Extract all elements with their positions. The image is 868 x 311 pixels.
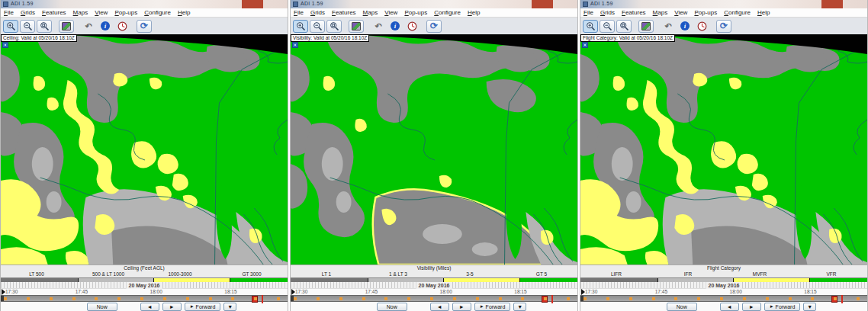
menu-view[interactable]: View xyxy=(674,9,687,16)
forward-button[interactable]: ►Forward xyxy=(474,303,511,311)
pan-icon: ↶ xyxy=(664,22,671,30)
time-tick xyxy=(186,297,189,300)
forward-button[interactable]: ►Forward xyxy=(185,303,221,311)
window-titlebar[interactable]: ADI 1.59 xyxy=(291,0,577,8)
timeline-date: 20 May 2016 xyxy=(706,282,742,289)
zoom-out-icon xyxy=(313,21,323,31)
zoom-out-button[interactable] xyxy=(310,20,325,33)
info-button[interactable]: i xyxy=(387,20,403,33)
menu-configure[interactable]: Configure xyxy=(144,9,171,16)
step-forward-button[interactable]: ► xyxy=(162,303,182,311)
time-marker-line xyxy=(262,295,263,303)
window-titlebar[interactable]: ADI 1.59 xyxy=(580,0,867,8)
zoom-in-button[interactable] xyxy=(3,20,18,33)
legend-category-3: 1000-3000 xyxy=(144,271,216,277)
map-view-ceiling[interactable]: Ceiling: Valid at 05/20/16 18:10Z xyxy=(1,34,288,265)
time-slider-track[interactable] xyxy=(580,295,867,302)
menu-configure[interactable]: Configure xyxy=(434,9,461,16)
menu-grids[interactable]: Grids xyxy=(600,9,615,16)
step-back-button[interactable]: ◄ xyxy=(140,303,159,311)
time-tick xyxy=(339,297,342,300)
zoom-out-icon xyxy=(603,21,612,31)
menu-help[interactable]: Help xyxy=(468,9,480,16)
window-titlebar[interactable]: ADI 1.59 xyxy=(1,0,288,8)
window-title: ADI 1.59 xyxy=(590,1,613,6)
now-button[interactable]: Now xyxy=(87,303,117,311)
time-slider-track[interactable] xyxy=(1,295,288,302)
weather-map-ceiling xyxy=(1,34,288,265)
forward-dropdown-button[interactable]: ▼ xyxy=(803,303,816,311)
menu-view[interactable]: View xyxy=(95,9,108,16)
map-view-visibility[interactable]: Visibility: Valid at 05/20/16 18:10Z xyxy=(291,34,577,265)
menu-features[interactable]: Features xyxy=(42,9,66,16)
zoom-out-button[interactable] xyxy=(600,20,615,33)
image-overlay-button[interactable] xyxy=(638,20,654,33)
refresh-button[interactable]: ⟳ xyxy=(716,20,731,33)
info-icon: i xyxy=(101,21,110,30)
menu-file[interactable]: File xyxy=(294,9,304,16)
image-overlay-button[interactable] xyxy=(59,20,74,33)
menu-file[interactable]: File xyxy=(583,9,593,16)
forward-dropdown-button[interactable]: ▼ xyxy=(223,303,236,311)
refresh-button[interactable]: ⟳ xyxy=(426,20,442,33)
menu-grids[interactable]: Grids xyxy=(310,9,325,16)
time-tick xyxy=(743,297,746,300)
menu-view[interactable]: View xyxy=(384,9,397,16)
toolbar: ↶ i ⟳ xyxy=(580,18,867,34)
menu-features[interactable]: Features xyxy=(622,9,646,16)
menu-popups[interactable]: Pop-ups xyxy=(114,9,137,16)
menu-popups[interactable]: Pop-ups xyxy=(404,9,427,16)
menu-popups[interactable]: Pop-ups xyxy=(694,9,717,16)
menu-configure[interactable]: Configure xyxy=(724,9,751,16)
pan-button[interactable]: ↶ xyxy=(371,20,386,33)
pan-button[interactable]: ↶ xyxy=(81,20,96,33)
clock-button[interactable] xyxy=(404,20,420,33)
zoom-box-button[interactable] xyxy=(616,20,632,33)
clock-button[interactable] xyxy=(694,20,709,33)
pan-icon: ↶ xyxy=(85,22,92,30)
time-slider-track[interactable] xyxy=(291,295,577,302)
step-back-button[interactable]: ◄ xyxy=(430,303,449,311)
legend: Ceiling (Feet AGL) LT 500 500 & LT 1000 … xyxy=(1,265,288,282)
info-button[interactable]: i xyxy=(677,20,693,33)
pan-button[interactable]: ↶ xyxy=(661,20,676,33)
menu-file[interactable]: File xyxy=(4,9,14,16)
play-icon: ► xyxy=(190,304,194,309)
menu-maps[interactable]: Maps xyxy=(73,9,88,16)
zoom-box-button[interactable] xyxy=(37,20,52,33)
map-overlay-icon[interactable] xyxy=(582,42,588,48)
zoom-in-button[interactable] xyxy=(293,20,308,33)
timeline: 20 May 2016 17:30 17:45 18:00 18:15 Now … xyxy=(1,282,288,311)
map-overlay-icon[interactable] xyxy=(2,42,8,48)
zoom-in-button[interactable] xyxy=(583,20,598,33)
legend-title: Visibility (Miles) xyxy=(291,265,577,271)
menu-help[interactable]: Help xyxy=(757,9,770,16)
forward-dropdown-button[interactable]: ▼ xyxy=(513,303,526,311)
legend-category-3: MVFR xyxy=(724,271,796,277)
time-tick xyxy=(140,297,143,300)
titlebar-decoration xyxy=(242,0,263,8)
menu-maps[interactable]: Maps xyxy=(653,9,668,16)
clock-icon xyxy=(697,21,707,31)
menu-maps[interactable]: Maps xyxy=(363,9,378,16)
info-icon: i xyxy=(680,21,690,30)
window-title: ADI 1.59 xyxy=(11,1,34,6)
clock-button[interactable] xyxy=(114,20,130,33)
image-overlay-button[interactable] xyxy=(349,20,364,33)
now-button[interactable]: Now xyxy=(667,303,697,311)
time-tick xyxy=(407,297,410,300)
now-button[interactable]: Now xyxy=(377,303,407,311)
zoom-out-button[interactable] xyxy=(20,20,35,33)
map-overlay-icon[interactable] xyxy=(292,42,298,48)
zoom-box-button[interactable] xyxy=(326,20,342,33)
step-back-button[interactable]: ◄ xyxy=(720,303,739,311)
map-view-flightcat[interactable]: Flight Category: Valid at 05/20/16 18:10… xyxy=(580,34,867,265)
menu-help[interactable]: Help xyxy=(178,9,190,16)
step-forward-button[interactable]: ► xyxy=(452,303,471,311)
refresh-button[interactable]: ⟳ xyxy=(137,20,152,33)
step-forward-button[interactable]: ► xyxy=(742,303,761,311)
menu-grids[interactable]: Grids xyxy=(21,9,35,16)
info-button[interactable]: i xyxy=(98,20,113,33)
forward-button[interactable]: ►Forward xyxy=(764,303,801,311)
menu-features[interactable]: Features xyxy=(332,9,356,16)
